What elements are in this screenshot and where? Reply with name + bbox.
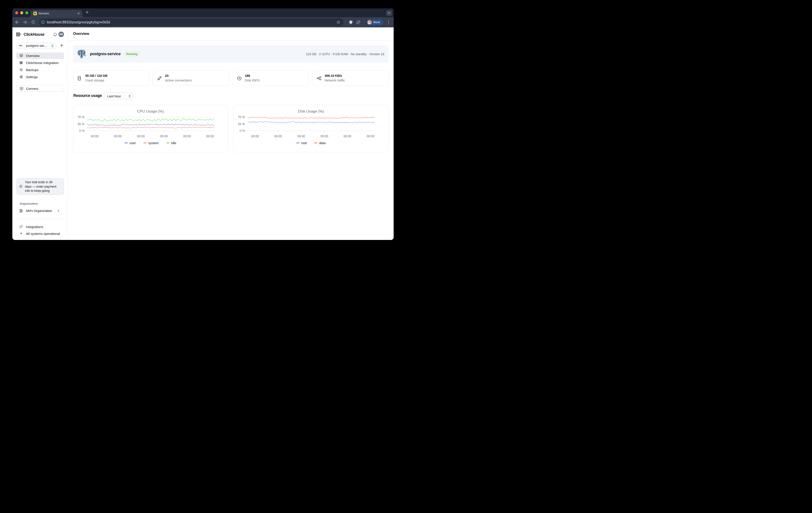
clickhouse-logo — [16, 32, 21, 37]
connect-button[interactable]: Connect — [16, 85, 64, 92]
profile-avatar — [367, 20, 372, 25]
sidebar-item-backups[interactable]: Backups — [16, 67, 64, 73]
y-axis-label: 70 % — [238, 115, 245, 119]
url-text: localhost:8910/postgres/pgkybgnv0s5ii — [47, 20, 110, 24]
stat-card-used-storage: 55 GB / 118 GB Used storage — [73, 70, 149, 86]
organization-row[interactable]: AM's Organization — [16, 208, 64, 214]
user-avatar[interactable]: AM — [58, 32, 64, 37]
legend-item-user: user — [125, 141, 136, 145]
building-icon — [20, 209, 23, 212]
tab-strip: Services — [12, 8, 394, 17]
stat-value: 188 — [245, 74, 250, 78]
trial-notice[interactable]: Your trial ends in 30 days — enter payme… — [17, 178, 64, 195]
legend-label: idle — [171, 141, 176, 145]
minimize-window-button[interactable] — [20, 11, 23, 15]
address-bar[interactable]: localhost:8910/postgres/pgkybgnv0s5ii — [39, 18, 344, 26]
system-status-row[interactable]: All systems operational — [16, 230, 64, 237]
url-path: /postgres/pgkybgnv0s5ii — [70, 20, 110, 24]
tab-close-icon[interactable] — [77, 12, 80, 15]
x-axis-label: 00:00 — [367, 135, 374, 138]
browser-toolbar: localhost:8910/postgres/pgkybgnv0s5ii — [12, 17, 394, 27]
x-axis-label: 00:00 — [344, 135, 351, 138]
service-name: postgres-service — [90, 52, 121, 56]
trial-notice-text: Your trial ends in 30 days — enter payme… — [25, 180, 58, 193]
svg-text:aws: aws — [19, 45, 22, 46]
chart-plot: 70 %35 %0 %00:0000:0000:0000:0000:0000:0… — [73, 105, 228, 152]
browser-tab[interactable]: Services — [31, 10, 82, 17]
browser-menu-button[interactable] — [387, 20, 390, 25]
status-badge-label: Running — [126, 52, 137, 56]
legend-label: user — [129, 141, 136, 145]
stat-label: Used storage — [85, 79, 105, 82]
y-axis-label: 35 % — [78, 122, 85, 126]
organization-section-label: Organization — [20, 202, 38, 205]
stat-label: Active connections — [165, 79, 192, 82]
stat-label: Disk IOPS — [245, 79, 260, 82]
sidebar: ClickHouse AM aws postgres-ser... — [12, 27, 68, 240]
y-axis-label: 0 % — [240, 129, 245, 133]
back-button[interactable] — [15, 17, 20, 27]
series-line-data — [248, 117, 375, 118]
series-line-idle — [87, 118, 214, 121]
x-axis-label: 00:00 — [274, 135, 282, 138]
tab-search-button[interactable] — [386, 10, 392, 16]
x-axis-label: 00:00 — [183, 135, 191, 138]
legend-label: data — [319, 141, 325, 145]
legend-item-idle: idle — [166, 141, 176, 145]
sidebar-nav: Overview ClickHouse integration — [16, 53, 64, 81]
y-axis-label: 70 % — [78, 115, 85, 119]
y-axis-label: 0 % — [79, 129, 84, 133]
chevrons-up-down-icon — [51, 45, 53, 47]
tab-title: Services — [39, 12, 49, 15]
legend-item-data: data — [314, 141, 325, 145]
plug-icon — [157, 74, 162, 83]
browser-window: Services — [12, 8, 394, 240]
site-info-icon[interactable] — [41, 20, 45, 24]
stat-card-disk-iops: 188 Disk IOPS — [233, 70, 309, 86]
overview-icon — [20, 54, 23, 57]
service-title-row: postgres-service Running — [90, 45, 140, 63]
x-axis-label: 00:00 — [114, 135, 122, 138]
x-axis-label: 00:00 — [251, 135, 259, 138]
zoom-window-button[interactable] — [25, 11, 28, 15]
chevrons-up-down-icon — [128, 95, 130, 97]
extensions-icon[interactable] — [356, 20, 360, 24]
brand-name: ClickHouse — [24, 32, 45, 37]
stat-value: 55 GB / 118 GB — [85, 74, 108, 78]
x-axis-label: 00:00 — [297, 135, 305, 138]
sidebar-item-label: ClickHouse integration — [26, 61, 59, 65]
app-page: ClickHouse AM aws postgres-ser... — [12, 27, 394, 240]
organization-name: AM's Organization — [26, 209, 52, 212]
network-icon — [317, 74, 321, 83]
sidebar-item-clickhouse-integration[interactable]: ClickHouse integration — [16, 60, 64, 66]
notifications-bell-icon[interactable] — [53, 32, 57, 37]
integrations-row[interactable]: Integrations — [16, 224, 64, 230]
brand-row: ClickHouse AM — [16, 32, 64, 37]
main-header: Overview — [68, 27, 394, 40]
time-range-select[interactable]: Last hour — [104, 92, 133, 99]
avatar-initials: AM — [59, 33, 63, 35]
adblock-extension-icon[interactable] — [349, 20, 353, 25]
forward-button[interactable] — [23, 17, 28, 27]
profile-name: Work — [373, 21, 380, 24]
sidebar-item-settings[interactable]: Settings — [16, 74, 64, 80]
profile-chip[interactable]: Work — [367, 19, 383, 25]
new-tab-button[interactable] — [85, 10, 89, 14]
chevron-down-icon — [388, 12, 390, 14]
settings-icon — [20, 75, 23, 79]
close-window-button[interactable] — [15, 11, 18, 15]
sidebar-item-overview[interactable]: Overview — [16, 53, 64, 59]
clickhouse-integration-icon — [20, 61, 23, 64]
bookmark-star-icon[interactable] — [337, 20, 340, 24]
main-content: Overview — [68, 27, 394, 240]
legend-swatch — [143, 143, 146, 143]
x-axis-label: 00:00 — [137, 135, 145, 138]
disk-usage-chart: Disk Usage (%) 70 %35 %0 %00:0000:0000:0… — [233, 105, 388, 152]
service-selector[interactable]: aws postgres-ser... — [16, 42, 57, 49]
add-service-button[interactable] — [60, 44, 63, 47]
sidebar-item-label: Settings — [26, 75, 38, 79]
charts-row: CPU Usage (%) 70 %35 %0 %00:0000:0000:00… — [73, 105, 388, 152]
reload-button[interactable] — [31, 17, 36, 27]
stat-card-active-connections: 23 Active connections — [153, 70, 229, 86]
stat-value: 408.15 KB/s — [325, 74, 342, 78]
